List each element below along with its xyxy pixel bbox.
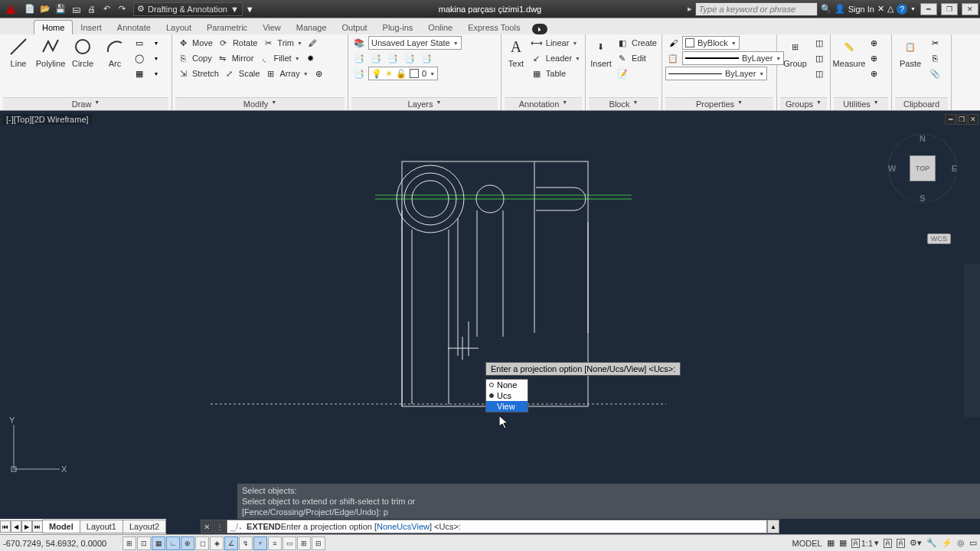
annoauto-icon[interactable]: 🄰 — [897, 539, 905, 548]
hatch-icon[interactable]: ▦ — [132, 67, 147, 80]
option-view[interactable]: View — [486, 401, 528, 412]
tab-insert[interactable]: Insert — [73, 21, 109, 34]
insert-button[interactable]: ⬇Insert — [589, 36, 613, 68]
trim-button[interactable]: ✂Trim▼ — [260, 36, 304, 50]
create-button[interactable]: ◧Create — [615, 36, 658, 50]
move-button[interactable]: ✥Move — [175, 36, 214, 50]
stretch-button[interactable]: ⇲Stretch — [175, 67, 220, 80]
app-icon[interactable] — [3, 2, 18, 17]
line-button[interactable]: Line — [3, 36, 34, 68]
chevron-down-icon[interactable]: ▼ — [632, 99, 638, 109]
signin-link[interactable]: Sign In — [848, 5, 874, 14]
viewcube-n[interactable]: N — [920, 134, 926, 143]
option-none[interactable]: None — [486, 380, 528, 390]
layer-tool-icon[interactable]: 📑 — [351, 67, 367, 80]
fillet-button[interactable]: ◟Fillet▼ — [256, 51, 301, 65]
grid-icon[interactable]: ▦ — [152, 536, 165, 550]
help-drop-icon[interactable]: ▼ — [910, 6, 916, 11]
cmd-history-toggle-icon[interactable]: ▲ — [767, 520, 779, 533]
erase-icon[interactable]: 🖉 — [305, 36, 321, 50]
mirror-button[interactable]: ⇋Mirror — [215, 51, 256, 65]
command-input[interactable]: ⎯/▸ EXTEND Enter a projection option [ N… — [227, 520, 767, 533]
copy-icon[interactable]: ⎘ — [927, 51, 942, 65]
coordinates[interactable]: -670.7249, 54.6932, 0.0000 — [0, 539, 122, 548]
sc-icon[interactable]: ⊟ — [312, 536, 325, 550]
layout-tab-1[interactable]: Layout1 — [80, 520, 123, 533]
help-icon[interactable]: ? — [897, 4, 907, 15]
restore-button[interactable]: ❐ — [941, 3, 958, 15]
chevron-down-icon[interactable]: ▼ — [737, 99, 743, 109]
lwt-icon[interactable]: ≡ — [268, 536, 282, 550]
layer-combo[interactable]: 💡 ☀ 🔓 0 ▼ — [368, 67, 438, 80]
exchange-icon[interactable]: ✕ — [877, 4, 884, 14]
3dosnap-icon[interactable]: ◈ — [210, 536, 224, 550]
layer-tool-icon[interactable]: 📑 — [419, 51, 434, 65]
annoscale-icon[interactable]: 🄰 1:1▾ — [851, 538, 879, 548]
otrack-icon[interactable]: ∠ — [224, 536, 238, 550]
close-button[interactable]: ✕ — [962, 3, 978, 15]
grid-right-icon[interactable]: ▦ — [827, 538, 835, 548]
util-icon[interactable]: ⊕ — [866, 36, 881, 50]
qat-open-icon[interactable]: 📂 — [38, 2, 52, 16]
infer-icon[interactable]: ⊞ — [122, 536, 136, 550]
layer-tool-icon[interactable]: 📑 — [351, 51, 367, 65]
cloud-icon[interactable]: △ — [887, 4, 893, 14]
grp-icon[interactable]: ◫ — [812, 67, 827, 80]
edit-button[interactable]: ✎Edit — [615, 51, 658, 65]
scale-button[interactable]: ⤢Scale — [222, 67, 262, 80]
attr-icon[interactable]: 📝 — [615, 67, 630, 80]
chevron-down-icon[interactable]: ▼ — [436, 99, 442, 109]
dyn-icon[interactable]: + — [253, 536, 267, 550]
cmd-option[interactable]: None — [377, 522, 397, 531]
snap-icon[interactable]: ⊡ — [137, 536, 151, 550]
qat-redo-icon[interactable]: ↷ — [115, 2, 129, 16]
model-toggle[interactable]: MODEL — [792, 539, 822, 548]
table-button[interactable]: ▦Table — [529, 67, 582, 80]
viewcube-face[interactable]: TOP — [910, 155, 936, 181]
array-button[interactable]: ⊞Array▼ — [263, 67, 309, 80]
grp-icon[interactable]: ◫ — [812, 36, 827, 50]
tpy-icon[interactable]: ▭ — [283, 536, 296, 550]
layout-tab-model[interactable]: Model — [42, 520, 80, 533]
qat-save-icon[interactable]: 💾 — [54, 2, 67, 16]
hwaccel-icon[interactable]: ⚡ — [942, 538, 952, 548]
wcs-button[interactable]: WCS — [927, 233, 951, 244]
chevron-down-icon[interactable]: ▼ — [562, 99, 567, 109]
search-icon[interactable]: 🔍 — [821, 4, 831, 14]
qat-saveas-icon[interactable]: 🖴 — [69, 2, 83, 16]
osnap-icon[interactable]: ◻ — [195, 536, 209, 550]
tab-view[interactable]: View — [255, 21, 289, 34]
qat-dropdown-icon[interactable]: ▼ — [246, 5, 254, 14]
layout-next-icon[interactable]: ▶ — [21, 520, 32, 533]
measure-button[interactable]: 📏Measure — [834, 36, 864, 68]
viewcube-w[interactable]: W — [888, 164, 896, 173]
linear-button[interactable]: ⟷Linear▼ — [529, 36, 582, 50]
toolbar-icon[interactable]: 🔧 — [926, 538, 937, 548]
tab-express[interactable]: Express Tools — [460, 21, 528, 34]
circle-button[interactable]: Circle — [67, 36, 98, 68]
workspace-switcher[interactable]: ⚙ Drafting & Annotation ▼ — [133, 2, 243, 16]
group-button[interactable]: ⊞Group — [780, 36, 810, 68]
isolate-icon[interactable]: ◎ — [957, 538, 965, 548]
viewcube[interactable]: TOP N S E W — [888, 134, 957, 203]
color-combo[interactable]: ByBlock▼ — [682, 36, 740, 50]
list-icon[interactable]: 📋 — [665, 51, 681, 65]
search-input[interactable] — [695, 2, 818, 16]
ribbon-options-icon[interactable]: ⏵ — [532, 24, 547, 34]
qat-new-icon[interactable]: 📄 — [23, 2, 37, 16]
drop-icon[interactable]: ▼ — [149, 67, 164, 80]
minimize-button[interactable]: ━ — [920, 3, 937, 15]
paste-button[interactable]: 📋Paste — [895, 36, 926, 68]
util-icon[interactable]: ⊕ — [866, 51, 881, 65]
copy-button[interactable]: ⎘Copy — [175, 51, 214, 65]
layer-tool-icon[interactable]: 📑 — [368, 51, 384, 65]
rotate-button[interactable]: ⟳Rotate — [216, 36, 259, 50]
tab-manage[interactable]: Manage — [289, 21, 335, 34]
offset-icon[interactable]: ⊚ — [312, 67, 327, 80]
layer-tool-icon[interactable]: 📑 — [385, 51, 400, 65]
text-button[interactable]: AText — [505, 36, 528, 68]
cmd-option[interactable]: Ucs — [397, 522, 411, 531]
explode-icon[interactable]: ✸ — [303, 51, 318, 65]
tab-annotate[interactable]: Annotate — [109, 21, 158, 34]
play-icon[interactable]: ▸ — [688, 4, 692, 14]
